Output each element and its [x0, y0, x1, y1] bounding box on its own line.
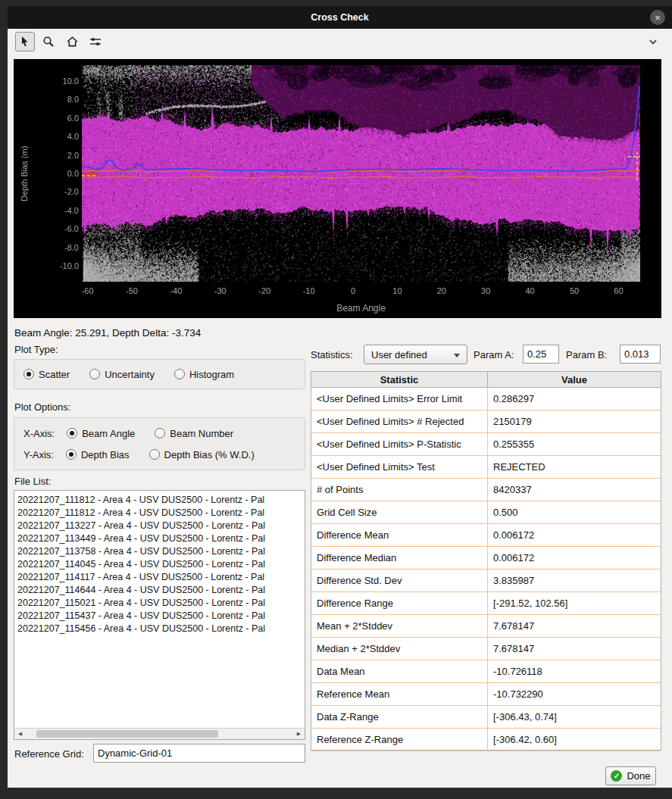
file-list-item[interactable]: 20221207_111812 - Area 4 - USV DUS2500 -…: [17, 507, 305, 520]
pointer-icon: [19, 36, 31, 48]
pointer-tool-button[interactable]: [15, 32, 35, 51]
stat-value-cell: 0.006172: [488, 547, 661, 570]
file-list-item[interactable]: 20221207_113758 - Area 4 - USV DUS2500 -…: [17, 545, 305, 558]
stat-name-cell: <User Defined Limits> P-Statistic: [311, 433, 488, 456]
radio-label: Uncertainty: [105, 369, 155, 380]
file-list-item[interactable]: 20221207_113227 - Area 4 - USV DUS2500 -…: [17, 520, 305, 532]
horizontal-scrollbar[interactable]: ◀ ▶: [14, 728, 305, 739]
stat-value-cell: [-306.43, 0.74]: [488, 706, 661, 729]
stat-name-cell: Median + 2*Stddev: [311, 638, 488, 660]
file-list[interactable]: 20221207_111812 - Area 4 - USV DUS2500 -…: [14, 490, 305, 740]
stat-value-cell: -10.732290: [488, 683, 661, 706]
statistics-selected-value: User defined: [371, 349, 427, 360]
scroll-left-button[interactable]: ◀: [14, 729, 26, 739]
file-list-item[interactable]: 20221207_114117 - Area 4 - USV DUS2500 -…: [17, 571, 305, 584]
check-icon: ✓: [611, 770, 622, 782]
toolbar-expand-button[interactable]: [643, 32, 663, 51]
x-axis-option-row: X-Axis: Beam AngleBeam Number: [23, 423, 295, 443]
x-axis-radio-beam-number[interactable]: Beam Number: [155, 428, 233, 439]
home-icon: [66, 36, 79, 48]
titlebar[interactable]: Cross Check ×: [8, 6, 672, 29]
stats-table-header[interactable]: Statistic: [311, 372, 488, 388]
stat-value-cell: -10.726118: [488, 660, 661, 683]
stat-value-cell: [-306.42, 0.60]: [488, 729, 661, 751]
file-list-label: File List:: [14, 476, 51, 487]
adjust-tool-button[interactable]: [86, 32, 105, 51]
file-list-item[interactable]: 20221207_113449 - Area 4 - USV DUS2500 -…: [17, 532, 305, 545]
zoom-tool-button[interactable]: [39, 32, 58, 51]
reference-grid-label: Reference Grid:: [14, 748, 84, 760]
y-tick-label: 10.0: [48, 76, 79, 86]
radio-label: Beam Angle: [82, 428, 135, 439]
stat-value-cell: 3.835987: [488, 570, 661, 592]
stat-name-cell: Data Z-Range: [311, 706, 488, 729]
y-axis-radio-depth-bias-w-d[interactable]: Depth Bias (% W.D.): [149, 449, 255, 460]
file-list-item[interactable]: 20221207_114644 - Area 4 - USV DUS2500 -…: [17, 584, 305, 597]
y-tick-label: 0.0: [48, 169, 79, 178]
file-list-item[interactable]: 20221207_115021 - Area 4 - USV DUS2500 -…: [17, 597, 305, 610]
statistics-select[interactable]: User defined: [364, 345, 467, 364]
y-axis-radio-depth-bias[interactable]: Depth Bias: [66, 449, 130, 460]
cursor-readout: Beam Angle: 25.291, Depth Delta: -3.734: [14, 327, 201, 339]
reference-grid-input[interactable]: [93, 744, 305, 763]
scrollbar-track[interactable]: [26, 729, 293, 739]
y-tick-label: -4.0: [48, 206, 79, 215]
file-list-item[interactable]: 20221207_115437 - Area 4 - USV DUS2500 -…: [17, 610, 305, 623]
x-tick-label: 50: [561, 286, 588, 295]
stat-value-cell: [-291.52, 102.56]: [488, 592, 661, 615]
param-a-input[interactable]: [523, 345, 559, 364]
close-button[interactable]: ×: [650, 10, 665, 25]
stat-name-cell: Mean + 2*Stddev: [311, 615, 488, 638]
stat-name-cell: <User Defined Limits> Test: [311, 456, 488, 479]
stat-name-cell: Difference Std. Dev: [311, 570, 488, 592]
x-tick-label: 20: [428, 286, 455, 295]
plot-area[interactable]: Depth Bias (m) Beam Angle 10.08.06.04.02…: [14, 59, 661, 318]
plot-type-radio-histogram[interactable]: Histogram: [174, 369, 234, 380]
y-axis-option-label: Y-Axis:: [23, 449, 54, 460]
stat-value-cell: 8420337: [488, 479, 661, 501]
stat-name-cell: Difference Mean: [311, 524, 488, 547]
radio-indicator: [174, 369, 185, 379]
stat-value-cell: 0.255355: [488, 433, 661, 456]
stat-value-cell: 0.006172: [488, 524, 661, 547]
file-list-item[interactable]: 20221207_115456 - Area 4 - USV DUS2500 -…: [17, 623, 305, 635]
x-tick-label: 0: [339, 286, 367, 295]
file-list-item[interactable]: 20221207_111812 - Area 4 - USV DUS2500 -…: [17, 494, 305, 507]
y-tick-label: 6.0: [48, 114, 79, 123]
x-tick-label: 40: [517, 286, 544, 295]
y-axis-label: Depth Bias (m): [20, 65, 29, 282]
stat-value-cell: 7.678147: [488, 615, 661, 638]
stats-table-header[interactable]: Value: [488, 372, 661, 388]
x-tick-label: -50: [118, 286, 145, 295]
done-button[interactable]: ✓ Done: [605, 766, 656, 785]
scatter-plot-canvas[interactable]: [82, 65, 640, 282]
plot-type-radio-scatter[interactable]: Scatter: [23, 369, 70, 380]
x-tick-label: -30: [207, 286, 234, 295]
radio-label: Depth Bias (% W.D.): [164, 449, 255, 460]
plot-options-label: Plot Options:: [14, 401, 70, 413]
stat-name-cell: Difference Range: [311, 592, 488, 615]
plot-type-radio-uncertainty[interactable]: Uncertainty: [89, 369, 155, 380]
param-b-label: Param B:: [566, 349, 607, 360]
x-axis-radio-beam-angle[interactable]: Beam Angle: [67, 428, 135, 439]
x-tick-label: -60: [74, 286, 102, 295]
y-tick-label: -6.0: [48, 224, 79, 233]
x-tick-label: 60: [605, 286, 632, 295]
stat-name-cell: Reference Z-Range: [311, 729, 488, 751]
cross-check-dialog: Cross Check × Depth Bias (m) Beam Angle …: [8, 6, 672, 788]
scroll-right-button[interactable]: ▶: [293, 729, 305, 739]
scrollbar-thumb[interactable]: [36, 730, 218, 738]
plot-type-label: Plot Type:: [14, 344, 58, 355]
param-b-input[interactable]: [620, 345, 661, 364]
statistics-label: Statistics:: [311, 349, 353, 360]
statistics-table: StatisticValue<User Defined Limits> Erro…: [311, 371, 661, 751]
y-tick-label: 2.0: [48, 151, 79, 160]
x-axis-option-label: X-Axis:: [23, 428, 55, 439]
home-tool-button[interactable]: [62, 32, 82, 51]
radio-label: Beam Number: [170, 428, 233, 439]
stat-name-cell: Difference Median: [311, 547, 488, 570]
stat-value-cell: 7.678147: [488, 638, 661, 660]
stat-name-cell: Grid Cell Size: [311, 501, 488, 524]
stat-value-cell: 0.500: [488, 501, 661, 524]
file-list-item[interactable]: 20221207_114045 - Area 4 - USV DUS2500 -…: [17, 558, 305, 571]
